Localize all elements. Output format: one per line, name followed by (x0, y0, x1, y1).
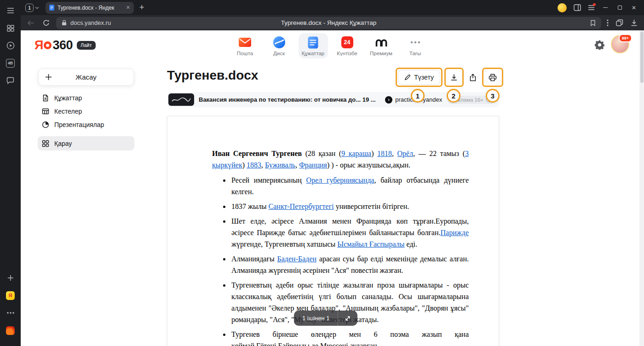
document-text: Тургенев бірнеше өлеңдер мен 6 поэма жаз… (231, 330, 469, 346)
download-icon (450, 74, 458, 81)
document-icon (42, 94, 49, 102)
pencil-icon (404, 74, 411, 81)
scrollbar-thumb[interactable] (640, 31, 644, 83)
disk-icon (273, 36, 285, 48)
document-text: Алманиядағы (231, 255, 277, 263)
document-text: еді. (404, 240, 417, 248)
lock-icon (62, 20, 67, 26)
add-panel-icon[interactable] (4, 271, 17, 284)
yandex-logo-letter: Я (34, 38, 43, 52)
tab-counter[interactable]: 1 (25, 4, 39, 12)
nav-item-disk[interactable]: Диск (264, 33, 294, 58)
bookmark-icon[interactable] (590, 20, 596, 26)
window-maximize-button[interactable] (616, 4, 623, 12)
url-text: docs.yandex.ru (70, 19, 111, 26)
document-hyperlink[interactable]: 9 қараша (341, 150, 371, 157)
document-text: (28 қазан ( (302, 150, 341, 157)
share-button[interactable] (466, 70, 480, 85)
tab-close-icon[interactable]: ✕ (126, 5, 130, 11)
refresh-button[interactable] (43, 19, 50, 26)
document-text: ) (242, 161, 247, 169)
profile-avatar[interactable]: 99+ (611, 35, 629, 53)
annotation-box-1: Түзету (396, 68, 443, 87)
page-indicator-label: 1 ішінен 1 (294, 315, 338, 322)
sidebar-item-documents[interactable]: Құжаттар (38, 91, 134, 104)
yandex-360-logo[interactable]: Я 360 Лайт (34, 38, 96, 52)
settings-gear-icon[interactable] (595, 40, 604, 52)
lite-badge: Лайт (77, 41, 96, 50)
translate-badge-icon[interactable]: 4B (4, 57, 17, 69)
document-hyperlink[interactable]: Франция (299, 161, 327, 169)
document-bullet-item: Тургенев бірнеше өлеңдер мен 6 поэма жаз… (230, 329, 469, 346)
tab-bar-avatar[interactable] (558, 3, 567, 12)
document-hyperlink[interactable]: Буживаль (265, 161, 295, 169)
document-hyperlink[interactable]: Ысмайыл Ғаспыралы (337, 240, 404, 248)
nav-item-mail[interactable]: Пошта (230, 33, 260, 58)
print-icon (489, 74, 497, 81)
window-close-button[interactable]: ✕ (630, 4, 638, 12)
document-bullet-item: Алманиядағы Баден-Баден арасан суы бар е… (230, 253, 469, 276)
document-hyperlink[interactable]: Орел губерниясында (306, 176, 374, 184)
active-tab[interactable]: Тургенев.docx - Яндек ✕ (46, 2, 134, 14)
nav-item-docs[interactable]: Құжаттар (299, 33, 328, 58)
annotation-box-3 (482, 68, 503, 87)
print-button[interactable] (484, 70, 501, 85)
create-button[interactable]: Жасау (38, 69, 134, 86)
document-text: , (295, 161, 299, 169)
toolbar-actions: Түзету (396, 68, 503, 87)
page-scrollbar[interactable] (639, 30, 644, 346)
document-hyperlink[interactable]: 1818 (377, 150, 392, 157)
document-bullet-item: Ресей империясының Орел губерниясында, б… (230, 174, 469, 197)
window-minimize-button[interactable] (602, 4, 609, 12)
collections-icon[interactable] (616, 19, 623, 26)
ad-thumbnail (168, 93, 194, 106)
sidebar-item-view[interactable]: Қарау (38, 136, 134, 150)
downloads-icon[interactable] (631, 19, 638, 26)
kebab-menu-icon[interactable] (607, 19, 609, 26)
downloads-panel-icon[interactable] (574, 4, 581, 11)
fullscreen-button[interactable] (338, 311, 357, 326)
services-nav: Пошта Диск Құжаттар 24 Күнтізбе (230, 33, 430, 58)
panels-icon[interactable] (4, 22, 17, 35)
chat-icon[interactable] (4, 74, 17, 87)
nav-item-premium[interactable]: Премиум (367, 33, 396, 58)
nav-item-more[interactable]: Тағы (401, 33, 430, 58)
calendar-icon: 24 (341, 36, 353, 48)
document-hyperlink[interactable]: Баден-Баден (277, 255, 317, 263)
notifications-list-icon[interactable] (588, 5, 595, 11)
back-button[interactable] (27, 20, 34, 26)
mail-count-badge: 99+ (619, 34, 632, 42)
rail-more-icon[interactable] (4, 306, 17, 319)
mail-icon (239, 38, 251, 47)
video-icon[interactable] (4, 39, 17, 52)
document-bullet-item: 1837 жылы Санкт-Петербургтегі университе… (230, 201, 469, 212)
annotation-circle-2: 2 (447, 89, 460, 103)
tab-title: Тургенев.docx - Яндек (58, 5, 123, 11)
edit-button[interactable]: Түзету (398, 70, 440, 85)
document-title: Тургенев.docx (167, 68, 258, 83)
document-bullet-item: Шет елде, әсіресе Алмания менен Францияд… (230, 215, 469, 250)
document-text: университетін бітірген. (334, 202, 409, 210)
document-text: Ресей империясының (231, 176, 306, 184)
nav-item-calendar[interactable]: 24 Күнтізбе (333, 33, 362, 58)
download-button[interactable] (447, 70, 461, 85)
document-hyperlink[interactable]: Орёл (397, 150, 414, 157)
address-field[interactable]: docs.yandex.ru Тургенев.docx - Яндекс Құ… (56, 17, 601, 29)
document-hyperlink[interactable]: Санкт-Петербургтегі (269, 202, 334, 210)
document-hyperlink[interactable]: Парижде (440, 229, 469, 236)
menu-icon[interactable] (4, 4, 17, 17)
annotation-box-2 (444, 68, 464, 87)
games-icon[interactable] (4, 324, 17, 337)
chevron-down-icon (35, 6, 39, 9)
yandex-start-icon[interactable]: Я (4, 289, 17, 302)
more-icon (410, 41, 420, 44)
document-hyperlink[interactable]: 1883 (247, 161, 261, 169)
docs-favicon (49, 5, 54, 11)
sidebar-item-presentations[interactable]: Презентациялар (38, 118, 134, 131)
document-text: ) (371, 150, 377, 157)
plus-icon (45, 74, 52, 81)
logo-ring-icon (44, 41, 52, 49)
presentation-icon (42, 121, 49, 128)
new-tab-button[interactable]: + (139, 3, 144, 12)
sidebar-item-tables[interactable]: Кестелер (38, 104, 134, 118)
